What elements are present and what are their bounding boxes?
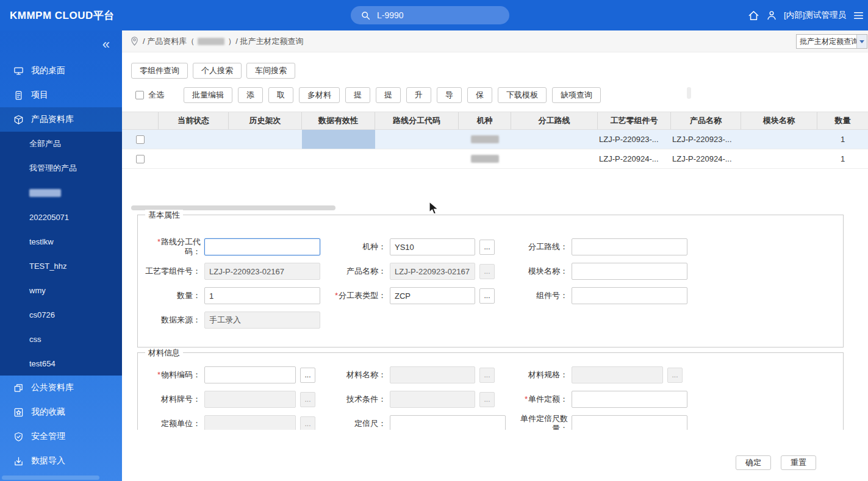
sidebar-subitem-css[interactable]: css bbox=[0, 327, 122, 351]
division-route-input[interactable] bbox=[572, 238, 687, 255]
field-label: *分工表类型： bbox=[328, 291, 386, 301]
tab-personal-search[interactable]: 个人搜索 bbox=[193, 63, 242, 79]
sidebar-subitem-redacted[interactable] bbox=[0, 180, 122, 205]
row-checkbox[interactable] bbox=[136, 155, 145, 163]
field-component-number: 组件号： bbox=[510, 283, 687, 308]
menu-icon[interactable] bbox=[853, 10, 864, 21]
table-row[interactable]: LZJ-P-220923-... LZJ-P-220923-... 1 bbox=[122, 130, 868, 149]
column-header[interactable]: 产品名称 bbox=[671, 112, 741, 129]
add-button[interactable]: 添 bbox=[238, 87, 263, 103]
column-header[interactable]: 机种 bbox=[459, 112, 511, 129]
sidebar-subitem-all-products[interactable]: 全部产品 bbox=[0, 132, 122, 156]
batch-edit-button[interactable]: 批量编辑 bbox=[184, 87, 232, 103]
top-bar: KMMPM CLOUD平台 L-9990 [内部]测试管理员 bbox=[0, 0, 868, 30]
sidebar-horizontal-scrollbar[interactable] bbox=[2, 476, 99, 480]
take-button[interactable]: 取 bbox=[268, 87, 293, 103]
sidebar-collapse-button[interactable]: « bbox=[0, 30, 122, 59]
subitem-label: 我管理的产品 bbox=[29, 163, 77, 174]
column-header[interactable]: 工艺零组件号 bbox=[598, 112, 671, 129]
field-table-type: *分工表类型： ... bbox=[328, 283, 495, 308]
field-material-spec: 材料规格： ... bbox=[510, 363, 683, 387]
history-cell bbox=[229, 149, 302, 168]
field-label: 模块名称： bbox=[510, 266, 568, 276]
redacted-text bbox=[471, 155, 499, 163]
route-code-input[interactable] bbox=[204, 238, 320, 255]
validity-cell-highlighted[interactable] bbox=[302, 130, 375, 149]
breadcrumb: / 产品资料库（ ）/ 批产主材定额查询 bbox=[131, 36, 303, 47]
sidebar-item-security[interactable]: 安全管理 bbox=[0, 424, 122, 449]
material-name-lookup-button: ... bbox=[479, 368, 495, 383]
multi-material-button[interactable]: 多材料 bbox=[299, 87, 340, 103]
field-division-route: 分工路线： bbox=[510, 235, 687, 259]
home-icon[interactable] bbox=[748, 10, 759, 21]
search-value: L-9990 bbox=[377, 10, 404, 20]
save-button[interactable]: 保 bbox=[467, 87, 492, 103]
cube-icon bbox=[13, 115, 24, 125]
sidebar-subitem-test-hhz[interactable]: TEST_hhz bbox=[0, 254, 122, 278]
component-number-input[interactable] bbox=[572, 287, 687, 304]
material-code-input[interactable] bbox=[204, 366, 296, 383]
column-header[interactable]: 数据有效性 bbox=[302, 112, 375, 129]
required-mark: * bbox=[157, 370, 160, 379]
sidebar-subitem-testlkw[interactable]: testlkw bbox=[0, 229, 122, 254]
field-unit-quota: *单件定额： bbox=[510, 387, 687, 412]
tab-workshop-search[interactable]: 车间搜索 bbox=[246, 63, 295, 79]
field-tech-condition: 技术条件： ... bbox=[328, 387, 495, 412]
table-type-input[interactable] bbox=[390, 287, 475, 304]
desktop-icon bbox=[13, 66, 24, 76]
sidebar-item-favorites[interactable]: 我的收藏 bbox=[0, 400, 122, 424]
sidebar-subitem-my-managed-products[interactable]: 我管理的产品 bbox=[0, 156, 122, 180]
field-label: 产品名称： bbox=[328, 266, 386, 276]
upgrade-button[interactable]: 升 bbox=[406, 87, 431, 103]
field-label: 数量： bbox=[143, 291, 201, 301]
column-header[interactable]: 历史架次 bbox=[229, 112, 302, 129]
submit-button-2[interactable]: 提 bbox=[376, 87, 401, 103]
module-name-input[interactable] bbox=[572, 263, 687, 280]
column-header[interactable]: 数量 bbox=[817, 112, 868, 129]
sidebar-item-my-desktop[interactable]: 我的桌面 bbox=[0, 59, 122, 83]
tab-component-query[interactable]: 零组件查询 bbox=[131, 63, 188, 79]
export-button[interactable]: 导 bbox=[437, 87, 462, 103]
machine-type-input[interactable] bbox=[390, 238, 475, 255]
sidebar-item-data-import[interactable]: 数据导入 bbox=[0, 449, 122, 473]
field-label: 材料名称： bbox=[328, 370, 386, 380]
status-cell bbox=[159, 149, 229, 168]
sidebar-item-public-library[interactable]: 公共资料库 bbox=[0, 376, 122, 400]
sidebar-item-label: 产品资料库 bbox=[31, 114, 74, 125]
global-search-input[interactable]: L-9990 bbox=[351, 6, 509, 24]
column-header[interactable]: 分工路线 bbox=[511, 112, 598, 129]
missing-item-query-button[interactable]: 缺项查询 bbox=[552, 87, 601, 103]
field-label: 工艺零组件号： bbox=[143, 266, 201, 276]
field-label: *路线分工代码： bbox=[143, 237, 201, 257]
material-code-lookup-button[interactable]: ... bbox=[300, 368, 315, 383]
sidebar-subitem-test654[interactable]: test654 bbox=[0, 351, 122, 376]
sidebar-item-projects[interactable]: 项目 bbox=[0, 83, 122, 107]
machine-type-lookup-button[interactable]: ... bbox=[479, 240, 495, 255]
table-type-lookup-button[interactable]: ... bbox=[479, 288, 495, 304]
quantity-input[interactable] bbox=[204, 287, 320, 304]
mini-scrollbar[interactable] bbox=[687, 87, 691, 99]
submit-button-1[interactable]: 提 bbox=[345, 87, 370, 103]
material-spec-input bbox=[572, 366, 663, 383]
table-row[interactable]: LZJ-P-220924-... LZJ-P-220924-... 1 bbox=[122, 149, 868, 169]
field-module-name: 模块名称： bbox=[510, 259, 687, 283]
reset-button[interactable]: 重置 bbox=[781, 455, 816, 470]
column-header[interactable]: 模块名称 bbox=[741, 112, 817, 129]
select-all-checkbox[interactable] bbox=[135, 91, 144, 99]
user-icon[interactable] bbox=[766, 10, 777, 21]
sidebar-subitem-cs0726[interactable]: cs0726 bbox=[0, 302, 122, 327]
sidebar-item-label: 安全管理 bbox=[31, 431, 65, 442]
column-header[interactable]: 当前状态 bbox=[159, 112, 229, 129]
row-checkbox[interactable] bbox=[136, 135, 145, 144]
field-part-number: 工艺零组件号： bbox=[143, 259, 320, 283]
view-select[interactable]: 批产主材定额查询 bbox=[796, 34, 867, 49]
download-template-button[interactable]: 下载模板 bbox=[498, 87, 547, 103]
data-source-input bbox=[204, 312, 320, 329]
column-header[interactable]: 路线分工代码 bbox=[375, 112, 459, 129]
unit-quota-input[interactable] bbox=[572, 391, 687, 408]
confirm-button[interactable]: 确定 bbox=[736, 455, 771, 470]
sidebar-subitem-wmy[interactable]: wmy bbox=[0, 278, 122, 302]
sidebar-item-product-library[interactable]: 产品资料库 bbox=[0, 107, 122, 132]
sidebar-subitem-202205071[interactable]: 202205071 bbox=[0, 205, 122, 229]
product-name-cell: LZJ-P-220923-... bbox=[671, 130, 741, 149]
